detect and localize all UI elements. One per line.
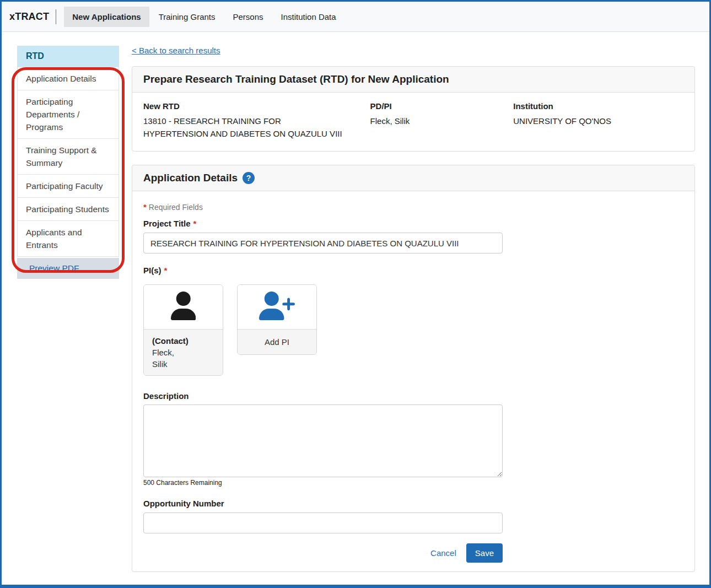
form-actions: Cancel Save [143, 543, 503, 563]
sidebar-header-rtd: RTD [17, 46, 119, 67]
opportunity-number-input[interactable] [143, 513, 503, 533]
cancel-button[interactable]: Cancel [430, 548, 456, 558]
required-asterisk: * [164, 266, 168, 275]
description-textarea[interactable] [143, 404, 503, 477]
sidebar-item-applicants-and-entrants[interactable]: Applicants and Entrants [17, 221, 119, 257]
tab-training-grants[interactable]: Training Grants [150, 7, 224, 27]
sidebar: RTD Application Details Participating De… [17, 46, 119, 279]
characters-remaining-text: 500 Characters Remaining [143, 479, 683, 487]
application-details-panel: Application Details ? *Required Fields P… [132, 165, 695, 572]
contact-name-line-2: Silik [152, 358, 214, 370]
summary-column-pdpi: PD/PI Fleck, Silik [370, 101, 514, 140]
person-plus-icon [259, 292, 295, 322]
application-details-header: Application Details ? [132, 165, 694, 191]
pdpi-label: PD/PI [370, 101, 514, 111]
tab-new-applications[interactable]: New Applications [64, 7, 149, 27]
pi-card-contact-info: (Contact) Fleck, Silik [144, 329, 223, 375]
rtd-summary-panel: Prepare Research Training Dataset (RTD) … [132, 66, 695, 152]
person-icon [171, 292, 196, 322]
summary-column-institution: Institution UNIVERSITY OF QO'NOS [513, 101, 683, 140]
new-rtd-label: New RTD [143, 101, 370, 111]
help-icon[interactable]: ? [243, 172, 255, 184]
add-pi-button[interactable]: Add PI [237, 284, 317, 355]
sidebar-item-application-details[interactable]: Application Details [17, 67, 119, 90]
brand-divider [56, 9, 56, 24]
pi-cards-row: (Contact) Fleck, Silik Add PI [143, 284, 683, 376]
sidebar-item-training-support-summary[interactable]: Training Support & Summary [17, 139, 119, 175]
institution-label: Institution [513, 101, 683, 111]
app-logo[interactable]: xTRACT [9, 11, 49, 23]
add-pi-icon-area [238, 285, 316, 329]
add-pi-label: Add PI [238, 329, 316, 354]
sidebar-item-participating-faculty[interactable]: Participating Faculty [17, 175, 119, 198]
rtd-summary-panel-title: Prepare Research Training Dataset (RTD) … [132, 67, 694, 93]
main-content: < Back to search results Prepare Researc… [132, 46, 695, 572]
pis-label: PI(s)* [143, 266, 683, 276]
sidebar-item-participating-students[interactable]: Participating Students [17, 198, 119, 221]
rtd-summary-body: New RTD 13810 - RESEARCH TRAINING FOR HY… [132, 93, 694, 151]
tab-persons[interactable]: Persons [225, 7, 272, 27]
sidebar-item-preview-pdf[interactable]: Preview PDF [17, 258, 119, 279]
save-button[interactable]: Save [466, 543, 503, 563]
page-title: Prepare Research Training Dataset (RTD) … [143, 72, 449, 87]
tab-institution-data[interactable]: Institution Data [273, 7, 344, 27]
content-area: RTD Application Details Participating De… [2, 32, 709, 572]
required-asterisk: * [193, 219, 197, 228]
application-details-form: *Required Fields Project Title* PI(s)* [132, 191, 694, 571]
pi-card-contact[interactable]: (Contact) Fleck, Silik [143, 284, 223, 376]
required-fields-note: *Required Fields [143, 202, 683, 212]
project-title-input[interactable] [143, 233, 503, 253]
top-nav: xTRACT New Applications Training Grants … [2, 2, 709, 32]
pi-card-contact-icon-area [144, 285, 223, 329]
description-label: Description [143, 391, 683, 401]
summary-column-new-rtd: New RTD 13810 - RESEARCH TRAINING FOR HY… [143, 101, 370, 140]
sidebar-item-participating-departments-programs[interactable]: Participating Departments / Programs [17, 90, 119, 139]
app-window: xTRACT New Applications Training Grants … [0, 0, 711, 588]
contact-name-line-1: Fleck, [152, 347, 214, 358]
section-title: Application Details [143, 171, 238, 185]
contact-tag: (Contact) [152, 335, 214, 347]
new-rtd-value: 13810 - RESEARCH TRAINING FOR HYPERTENSI… [143, 115, 347, 140]
project-title-label: Project Title* [143, 219, 683, 229]
opportunity-number-label: Opportunity Number [143, 499, 683, 509]
back-to-search-results-link[interactable]: < Back to search results [132, 46, 220, 55]
pdpi-value: Fleck, Silik [370, 115, 514, 127]
sidebar-menu: Application Details Participating Depart… [17, 67, 119, 257]
nav-tabs: New Applications Training Grants Persons… [63, 2, 344, 31]
required-asterisk: * [143, 202, 147, 212]
institution-value: UNIVERSITY OF QO'NOS [513, 115, 683, 127]
